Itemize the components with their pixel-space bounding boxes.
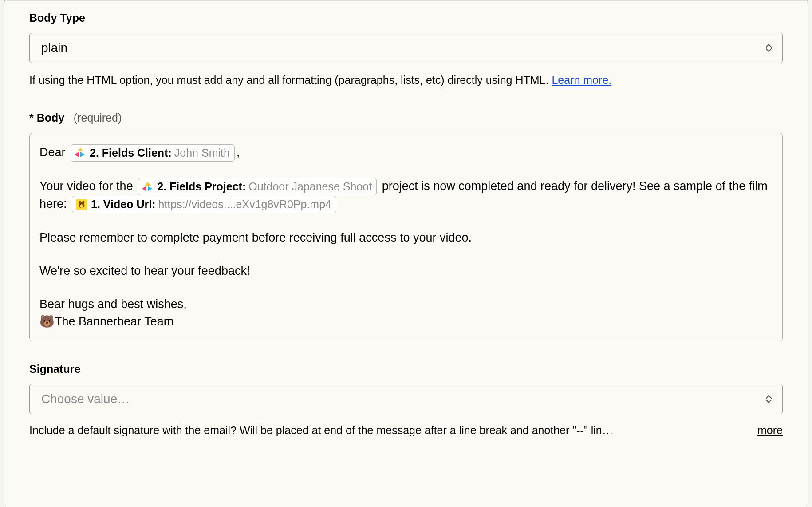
body-type-value: plain bbox=[41, 39, 67, 57]
body-type-label: Body Type bbox=[29, 12, 85, 24]
svg-point-4 bbox=[80, 204, 81, 205]
body-text: Bear hugs and best wishes, bbox=[39, 297, 187, 311]
pill-value: John Smith bbox=[174, 146, 230, 160]
signature-label: Signature bbox=[29, 363, 80, 375]
learn-more-link[interactable]: Learn more. bbox=[552, 74, 611, 86]
pill-fields-project[interactable]: 2. Fields Project: Outdoor Japanese Shoo… bbox=[138, 178, 377, 195]
body-text: Please remember to complete payment befo… bbox=[39, 231, 472, 244]
signature-field: Signature Choose value… Include a defaul… bbox=[29, 361, 783, 439]
body-type-field: Body Type plain If using the HTML option… bbox=[29, 10, 783, 88]
signature-select[interactable]: Choose value… bbox=[29, 384, 783, 414]
svg-point-3 bbox=[80, 204, 83, 208]
body-text: Dear bbox=[39, 146, 69, 159]
form-panel: Body Type plain If using the HTML option… bbox=[4, 0, 808, 507]
airtable-icon bbox=[75, 148, 86, 158]
pill-label: 2. Fields Project: bbox=[157, 179, 246, 194]
body-text: Your video for the bbox=[39, 179, 136, 193]
pill-value: https://videos....eXv1g8vR0Pp.mp4 bbox=[158, 197, 331, 212]
body-field: * Body (required) Dear 2. Fields Client:… bbox=[29, 110, 783, 341]
pill-label: 1. Video Url: bbox=[91, 197, 155, 212]
select-chevron-icon bbox=[766, 395, 772, 403]
body-text: 🐻The Bannerbear Team bbox=[39, 315, 173, 328]
pill-video-url[interactable]: 1. Video Url: https://videos....eXv1g8vR… bbox=[72, 196, 336, 213]
body-type-select[interactable]: plain bbox=[29, 33, 783, 63]
form-container: Body Type plain If using the HTML option… bbox=[4, 0, 808, 507]
body-type-help: If using the HTML option, you must add a… bbox=[29, 72, 783, 89]
signature-help: Include a default signature with the ema… bbox=[29, 422, 749, 439]
pill-value: Outdoor Japanese Shoot bbox=[248, 179, 372, 194]
body-label: * Body bbox=[29, 111, 64, 124]
more-link[interactable]: more bbox=[757, 422, 783, 439]
body-editor[interactable]: Dear 2. Fields Client: John Smith , Your… bbox=[29, 133, 783, 342]
body-type-help-text: If using the HTML option, you must add a… bbox=[29, 74, 552, 86]
pill-fields-client[interactable]: 2. Fields Client: John Smith bbox=[71, 144, 235, 162]
airtable-icon bbox=[142, 182, 154, 192]
pill-label: 2. Fields Client: bbox=[90, 146, 172, 160]
select-chevron-icon bbox=[766, 44, 772, 52]
signature-placeholder: Choose value… bbox=[41, 390, 130, 408]
svg-point-5 bbox=[82, 204, 83, 205]
body-required-note: (required) bbox=[74, 111, 122, 124]
body-text: We're so excited to hear your feedback! bbox=[39, 264, 250, 277]
bannerbear-icon bbox=[76, 199, 87, 210]
body-text: , bbox=[237, 146, 240, 159]
